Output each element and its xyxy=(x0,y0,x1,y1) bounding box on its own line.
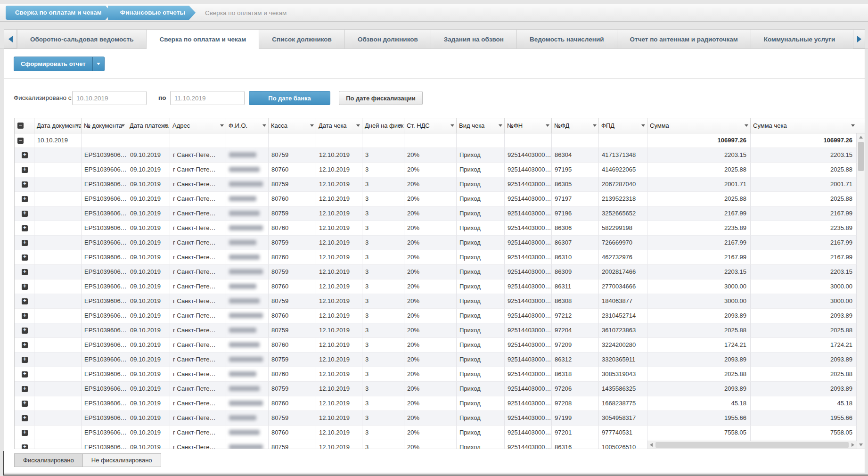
column-menu-trigger-icon[interactable] xyxy=(356,124,360,127)
column-header-fn[interactable]: №ФН xyxy=(505,118,552,133)
vertical-scroll-thumb[interactable] xyxy=(858,142,864,171)
expand-row-icon[interactable]: + xyxy=(22,357,28,363)
table-row[interactable]: +EPS1039606…09.10.2019г Санкт-Пете…80760… xyxy=(15,163,857,177)
column-header-days[interactable]: Дней на фиск. xyxy=(362,118,404,133)
table-row[interactable]: +EPS1039606…09.10.2019г Санкт-Пете…80759… xyxy=(15,382,857,396)
tab-9[interactable]: Зарегистрированные и про xyxy=(848,29,853,49)
tab-5[interactable]: Задания на обзвон xyxy=(431,29,517,49)
expand-row-icon[interactable]: + xyxy=(22,152,28,158)
column-header-doc_date[interactable]: Дата документа xyxy=(34,118,82,133)
group-row[interactable]: –10.10.2019106997.26106997.26 xyxy=(15,133,857,148)
breadcrumb-item[interactable]: Финансовые отчеты xyxy=(108,6,196,20)
table-row[interactable]: +EPS1039606…09.10.2019г Санкт-Пете…80760… xyxy=(15,192,857,206)
table-row[interactable]: +EPS1039606…09.10.2019г Санкт-Пете…80760… xyxy=(15,221,857,236)
expand-row-icon[interactable]: + xyxy=(22,181,28,188)
generate-report-button[interactable]: Сформировать отчет xyxy=(14,57,92,71)
generate-report-menu-button[interactable] xyxy=(92,57,105,71)
table-row[interactable]: +EPS1039606…09.10.2019г Санкт-Пете…80760… xyxy=(15,250,857,265)
tab-3[interactable]: Список должников xyxy=(259,29,345,49)
dataset-tab-1[interactable]: Фискализировано xyxy=(14,453,83,467)
tab-scroll-right-button[interactable] xyxy=(853,29,865,49)
column-menu-trigger-icon[interactable] xyxy=(220,124,224,127)
table-row[interactable]: +EPS1039606…09.10.2019г Санкт-Пете…80760… xyxy=(15,367,857,382)
column-menu-trigger-icon[interactable] xyxy=(641,124,645,127)
table-row[interactable]: +EPS1039606…09.10.2019г Санкт-Пете…80759… xyxy=(15,148,857,163)
expand-row-icon[interactable]: + xyxy=(22,240,28,246)
table-row[interactable]: +EPS1039606…09.10.2019г Санкт-Пете…80759… xyxy=(15,411,857,426)
table-row[interactable]: +EPS1039606…09.10.2019г Санкт-Пете…80759… xyxy=(15,177,857,192)
table-row[interactable]: +EPS1039606…09.10.2019г Санкт-Пете…80760… xyxy=(15,396,857,411)
expand-row-icon[interactable]: + xyxy=(22,415,28,421)
table-row[interactable]: +EPS1039606…09.10.2019г Санкт-Пете…80759… xyxy=(15,265,857,279)
column-header-fio[interactable]: Ф.И.О. xyxy=(226,118,269,133)
by-bank-date-button[interactable]: По дате банка xyxy=(249,91,330,105)
column-header-sum_check[interactable]: Сумма чека xyxy=(751,118,857,133)
tab-scroll-left-button[interactable] xyxy=(4,29,17,49)
table-row[interactable]: +EPS1039606…09.10.2019г Санкт-Пете…80759… xyxy=(15,323,857,338)
table-row[interactable]: +EPS1039606…09.10.2019г Санкт-Пете…80760… xyxy=(15,338,857,353)
expand-row-icon[interactable]: + xyxy=(22,444,28,449)
column-header-check_type[interactable]: Вид чека xyxy=(457,118,505,133)
horizontal-scroll-thumb[interactable] xyxy=(655,442,849,448)
dataset-tab-2[interactable]: Не фискализировано xyxy=(83,453,161,467)
by-fiscal-date-button[interactable]: По дате фискализации xyxy=(339,91,423,105)
table-row[interactable]: +EPS1039606…09.10.2019г Санкт-Пете…80760… xyxy=(15,279,857,294)
column-menu-trigger-icon[interactable] xyxy=(546,124,549,127)
scroll-up-button[interactable] xyxy=(857,133,865,141)
collapse-all-icon[interactable]: – xyxy=(17,123,24,129)
column-menu-trigger-icon[interactable] xyxy=(851,124,855,127)
column-menu-trigger-icon[interactable] xyxy=(398,124,402,127)
collapse-group-icon[interactable]: – xyxy=(17,138,24,144)
column-header-pay_date[interactable]: Дата платежа xyxy=(127,118,170,133)
scroll-down-button[interactable] xyxy=(857,441,865,449)
column-header-vat[interactable]: Ст. НДС xyxy=(404,118,457,133)
expand-row-icon[interactable]: + xyxy=(22,371,28,378)
table-row[interactable]: +EPS1039606…09.10.2019г Санкт-Пете…80759… xyxy=(15,206,857,221)
expand-row-icon[interactable]: + xyxy=(22,401,28,407)
expand-row-icon[interactable]: + xyxy=(22,254,28,261)
column-header-check_date[interactable]: Дата чека xyxy=(316,118,362,133)
column-header-expander[interactable]: – xyxy=(15,118,34,133)
tab-8[interactable]: Коммунальные услуги xyxy=(751,29,849,49)
column-menu-trigger-icon[interactable] xyxy=(121,124,125,127)
table-row[interactable]: +EPS1039606…09.10.2019г Санкт-Пете…80760… xyxy=(15,309,857,323)
vertical-scrollbar[interactable] xyxy=(857,133,865,449)
expand-row-icon[interactable]: + xyxy=(22,284,28,290)
column-menu-trigger-icon[interactable] xyxy=(262,124,266,127)
column-menu-trigger-icon[interactable] xyxy=(450,124,454,127)
column-header-doc_no[interactable]: № документа xyxy=(82,118,127,133)
column-header-fd[interactable]: №ФД xyxy=(552,118,599,133)
scroll-right-button[interactable] xyxy=(849,443,857,447)
column-menu-trigger-icon[interactable] xyxy=(310,124,314,127)
column-menu-trigger-icon[interactable] xyxy=(164,124,168,127)
horizontal-scrollbar[interactable] xyxy=(647,441,857,449)
expand-row-icon[interactable]: + xyxy=(22,298,28,304)
expand-row-icon[interactable]: + xyxy=(22,342,28,348)
expand-row-icon[interactable]: + xyxy=(22,328,28,334)
expand-row-icon[interactable]: + xyxy=(22,313,28,319)
expand-row-icon[interactable]: + xyxy=(22,269,28,275)
column-header-fpd[interactable]: ФПД xyxy=(599,118,647,133)
tab-2[interactable]: Сверка по оплатам и чекам xyxy=(147,29,259,49)
table-row[interactable]: +EPS1039606…09.10.2019г Санкт-Пете…80759… xyxy=(15,236,857,250)
expand-row-icon[interactable]: + xyxy=(22,225,28,231)
date-to-input[interactable] xyxy=(170,91,245,105)
tab-4[interactable]: Обзвон должников xyxy=(345,29,431,49)
expand-row-icon[interactable]: + xyxy=(22,430,28,436)
tab-6[interactable]: Ведомость начислений xyxy=(517,29,617,49)
date-from-input[interactable] xyxy=(72,91,147,105)
column-menu-trigger-icon[interactable] xyxy=(745,124,748,127)
table-row[interactable]: +EPS1039606…09.10.2019г Санкт-Пете…80759… xyxy=(15,294,857,309)
column-menu-trigger-icon[interactable] xyxy=(75,124,79,127)
table-row[interactable]: +EPS1039606…09.10.2019г Санкт-Пете…80760… xyxy=(15,426,857,440)
column-header-sum[interactable]: Сумма xyxy=(647,118,751,133)
expand-row-icon[interactable]: + xyxy=(22,211,28,217)
expand-row-icon[interactable]: + xyxy=(22,167,28,173)
scroll-left-button[interactable] xyxy=(647,443,655,447)
expand-row-icon[interactable]: + xyxy=(22,196,28,202)
tab-7[interactable]: Отчет по антеннам и радиоточкам xyxy=(617,29,751,49)
column-header-address[interactable]: Адрес xyxy=(170,118,226,133)
expand-row-icon[interactable]: + xyxy=(22,386,28,392)
tab-1[interactable]: Оборотно-сальдовая ведомость xyxy=(17,29,147,49)
breadcrumb-item[interactable]: Сверка по оплатам и чекам xyxy=(6,6,112,20)
